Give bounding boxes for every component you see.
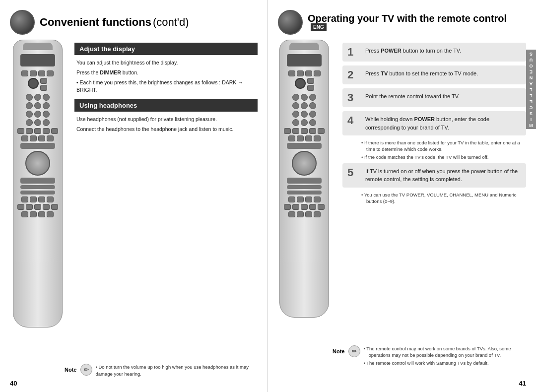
step-4: 4 While holding down POWER button, enter… <box>342 111 526 135</box>
step-2-number: 2 <box>347 69 361 80</box>
right-header-icon <box>278 10 303 35</box>
step-1-text: Press POWER button to turn on the TV. <box>365 47 461 55</box>
left-remote-illustration <box>9 40 66 337</box>
section2-content: Use headphones (not supplied) for privat… <box>74 116 258 133</box>
step-2-text: Press TV button to set the remote to TV … <box>365 69 478 78</box>
step-5: 5 If TV is turned on or off when you pre… <box>342 163 526 188</box>
eng-badge: ENG <box>311 23 327 31</box>
step-3: 3 Point the remote control toward the TV… <box>342 88 526 107</box>
step-5-notes: • You can use the TV POWER, VOLUME, CHAN… <box>360 192 526 205</box>
left-header: Convenient functions (cont'd) <box>10 10 258 35</box>
misc-sidebar: MISCELLANEOUS <box>526 50 536 129</box>
step-4-container: 4 While holding down POWER button, enter… <box>342 111 526 160</box>
section2-line1: Use headphones (not supplied) for privat… <box>76 116 256 124</box>
right-page-number: 41 <box>519 380 526 387</box>
steps-area: 1 Press POWER button to turn on the TV. … <box>342 43 526 204</box>
step-2: 2 Press TV button to set the remote to T… <box>342 65 526 84</box>
right-page-title: Operating your TV with the remote contro… <box>308 13 507 24</box>
step-3-text: Point the remote control toward the TV. <box>365 92 460 101</box>
left-content-area: Adjust the display You can adjust the br… <box>74 43 258 133</box>
left-header-icon <box>10 10 35 35</box>
left-note-icon: ✏ <box>80 364 92 376</box>
section1-content: You can adjust the brightness of the dis… <box>74 59 258 94</box>
section1-line1: You can adjust the brightness of the dis… <box>76 59 256 67</box>
step-1-number: 1 <box>347 47 361 58</box>
step-5-text: If TV is turned on or off when you press… <box>365 167 521 184</box>
left-title-subtitle: (cont'd) <box>153 16 189 28</box>
step-3-number: 3 <box>347 92 361 103</box>
step-1: 1 Press POWER button to turn on the TV. <box>342 43 526 62</box>
right-header: Operating your TV with the remote contro… <box>278 10 526 35</box>
section2-header: Using headphones <box>74 99 258 112</box>
left-note-section: Note ✏ • Do not turn the volume up too h… <box>65 364 260 377</box>
left-note-text: • Do not turn the volume up too high whe… <box>95 364 260 377</box>
right-note-icon: ✏ <box>348 345 360 357</box>
right-page-title-container: Operating your TV with the remote contro… <box>308 13 526 32</box>
left-page: Convenient functions (cont'd) <box>0 0 268 392</box>
right-note-text: • The remote control may not work on som… <box>363 345 521 367</box>
left-note-label: Note <box>65 367 76 373</box>
section1-bold-word: DIMMER <box>100 69 121 75</box>
right-remote-illustration <box>277 40 332 327</box>
right-note-label: Note <box>333 348 344 354</box>
step-5-number: 5 <box>347 167 361 178</box>
left-page-title: Convenient functions (cont'd) <box>40 16 189 29</box>
step-4-notes: • If there is more than one code listed … <box>360 139 526 160</box>
misc-label: MISCELLANEOUS <box>529 51 534 128</box>
section1-line2: Press the DIMMER button. <box>76 69 256 77</box>
left-note-bullet1: • Do not turn the volume up too high whe… <box>95 364 249 376</box>
section2-line2: Connect the headphones to the headphone … <box>76 126 256 133</box>
right-note-content: Note ✏ • The remote control may not work… <box>333 345 521 367</box>
section1-header: Adjust the display <box>74 43 258 55</box>
step-4-number: 4 <box>347 115 361 126</box>
left-page-number: 40 <box>10 380 17 387</box>
section1-line3: • Each time you press this, the brightne… <box>76 79 256 95</box>
right-note-section: Note ✏ • The remote control may not work… <box>333 345 521 367</box>
left-title-main: Convenient functions <box>40 16 151 28</box>
step-4-text: While holding down POWER button, enter t… <box>365 115 521 131</box>
step-5-container: 5 If TV is turned on or off when you pre… <box>342 163 526 205</box>
right-page: Operating your TV with the remote contro… <box>268 0 536 392</box>
